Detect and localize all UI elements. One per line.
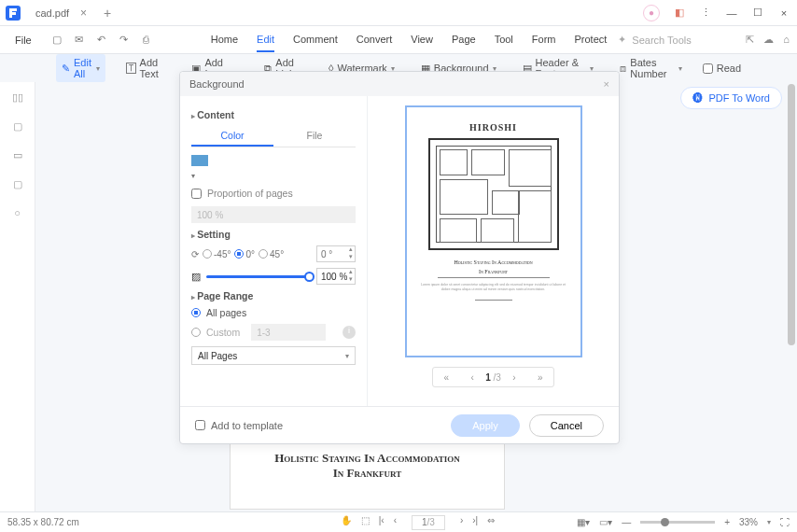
- mail-icon[interactable]: ✉: [71, 34, 88, 46]
- rotate-45[interactable]: 45°: [259, 249, 284, 259]
- color-tab[interactable]: Color: [191, 126, 273, 147]
- proportion-checkbox[interactable]: Proportion of pages: [191, 188, 356, 199]
- redo-icon[interactable]: ↷: [116, 34, 133, 46]
- status-first-page[interactable]: |‹: [379, 515, 385, 530]
- tab-home[interactable]: Home: [211, 28, 238, 52]
- undo-icon[interactable]: ↶: [93, 34, 110, 46]
- read-mode-toggle[interactable]: Read: [703, 63, 741, 74]
- color-swatch[interactable]: [191, 155, 208, 166]
- search-input[interactable]: Search Tools: [632, 35, 691, 46]
- custom-range-radio[interactable]: Custom 1-3 i: [191, 324, 356, 341]
- cloud-icon[interactable]: ☁: [763, 34, 774, 46]
- fullscreen-icon[interactable]: ⛶: [780, 517, 790, 527]
- zoom-slider[interactable]: [640, 521, 715, 524]
- tab-form[interactable]: Form: [532, 28, 556, 52]
- opacity-slider[interactable]: [206, 275, 311, 278]
- floorplan-preview: [428, 138, 559, 250]
- dialog-title: Background: [189, 78, 245, 90]
- zoom-value[interactable]: 33%: [739, 517, 758, 527]
- tab-comment[interactable]: Comment: [293, 28, 338, 52]
- minimize-button[interactable]: —: [719, 0, 745, 26]
- cancel-button[interactable]: Cancel: [529, 414, 604, 437]
- thumbnails-icon[interactable]: ▯▯: [12, 91, 23, 104]
- document-tab[interactable]: cad.pdf ×: [26, 0, 96, 26]
- file-menu[interactable]: File: [7, 35, 39, 46]
- opacity-icon: ▨: [191, 271, 201, 282]
- pdf-to-word-button[interactable]: 🅦 PDF To Word: [680, 87, 782, 109]
- tab-edit[interactable]: Edit: [257, 28, 274, 52]
- status-next-page[interactable]: ›: [460, 515, 463, 530]
- hand-tool-icon[interactable]: ✋: [341, 515, 352, 530]
- svg-rect-3: [9, 12, 16, 15]
- zoom-in-button[interactable]: +: [724, 517, 730, 527]
- preview-pager: « ‹ 1 /3 › »: [432, 367, 554, 387]
- bookmark-icon[interactable]: ▢: [13, 120, 22, 133]
- save-icon[interactable]: ▢: [49, 34, 65, 46]
- last-page-button[interactable]: »: [527, 372, 553, 383]
- attachment-icon[interactable]: ▢: [13, 178, 22, 190]
- color-dropdown-icon[interactable]: ▾: [191, 172, 356, 180]
- status-prev-page[interactable]: ‹: [394, 515, 397, 530]
- opacity-input[interactable]: 100 %: [316, 268, 356, 285]
- proportion-input: 100 %: [191, 206, 356, 223]
- more-menu-icon[interactable]: ⋮: [692, 0, 719, 26]
- rotate-0[interactable]: 0°: [234, 249, 255, 259]
- add-to-template-checkbox[interactable]: Add to template: [195, 420, 283, 431]
- close-tab-icon[interactable]: ×: [80, 7, 87, 20]
- file-tab[interactable]: File: [273, 126, 356, 147]
- background-dialog: Background × Content Color File ▾ Propor…: [179, 71, 620, 444]
- custom-range-input: 1-3: [251, 324, 326, 341]
- apply-button[interactable]: Apply: [451, 414, 520, 437]
- tab-tool[interactable]: Tool: [495, 28, 513, 52]
- maximize-button[interactable]: ☐: [745, 0, 771, 26]
- app-icon: [0, 0, 26, 26]
- home-icon[interactable]: ⌂: [783, 34, 790, 46]
- setting-section-header: Setting: [191, 229, 356, 240]
- svg-rect-2: [9, 8, 17, 11]
- page-dimensions: 58.35 x 80.72 cm: [7, 517, 79, 527]
- user-avatar-icon[interactable]: ●: [640, 0, 666, 26]
- first-page-button[interactable]: «: [433, 372, 459, 383]
- status-last-page[interactable]: ›|: [472, 515, 478, 530]
- rotate-icon: ⟳: [191, 249, 199, 259]
- tab-convert[interactable]: Convert: [357, 28, 393, 52]
- rotate-angle-input[interactable]: 0 °: [316, 245, 356, 262]
- bates-number-button[interactable]: ⧈ Bates Number▾: [614, 54, 687, 82]
- select-tool-icon[interactable]: ⬚: [361, 515, 370, 530]
- page-display-icon[interactable]: ▭▾: [599, 517, 612, 527]
- notification-icon[interactable]: ◧: [666, 0, 692, 26]
- search-panel-icon[interactable]: ○: [14, 207, 21, 218]
- prev-page-button[interactable]: ‹: [459, 372, 485, 383]
- vertical-scrollbar[interactable]: [788, 84, 795, 345]
- tab-protect[interactable]: Protect: [574, 28, 607, 52]
- next-page-button[interactable]: ›: [501, 372, 527, 383]
- all-pages-radio[interactable]: All pages: [191, 307, 356, 318]
- add-text-button[interactable]: 🅃 Add Text: [120, 54, 172, 82]
- edit-all-button[interactable]: ✎ Edit All▾: [56, 54, 105, 82]
- info-icon[interactable]: i: [343, 326, 356, 339]
- share-icon[interactable]: ⇱: [746, 34, 754, 46]
- print-icon[interactable]: ⎙: [138, 34, 155, 46]
- zoom-out-button[interactable]: —: [622, 517, 631, 527]
- close-window-button[interactable]: ×: [771, 0, 797, 26]
- new-tab-button[interactable]: +: [104, 6, 111, 21]
- content-section-header: Content: [191, 109, 356, 120]
- magic-icon[interactable]: ✦: [618, 34, 626, 46]
- rotate-minus45[interactable]: -45°: [203, 249, 231, 259]
- fit-width-icon[interactable]: ⇔: [487, 515, 495, 530]
- comment-panel-icon[interactable]: ▭: [13, 149, 22, 161]
- dialog-close-icon[interactable]: ×: [604, 78, 609, 90]
- page-subset-select[interactable]: All Pages▾: [191, 346, 356, 365]
- status-page-input[interactable]: 1 /3: [412, 515, 445, 530]
- preview-page: HIROSHI Holistic Staying In Accommodatio…: [405, 105, 582, 357]
- page-range-header: Page Range: [191, 290, 356, 301]
- tab-view[interactable]: View: [411, 28, 433, 52]
- view-mode-icon[interactable]: ▦▾: [577, 517, 590, 527]
- word-icon: 🅦: [692, 92, 703, 104]
- document-tab-label: cad.pdf: [35, 7, 69, 19]
- tab-page[interactable]: Page: [452, 28, 476, 52]
